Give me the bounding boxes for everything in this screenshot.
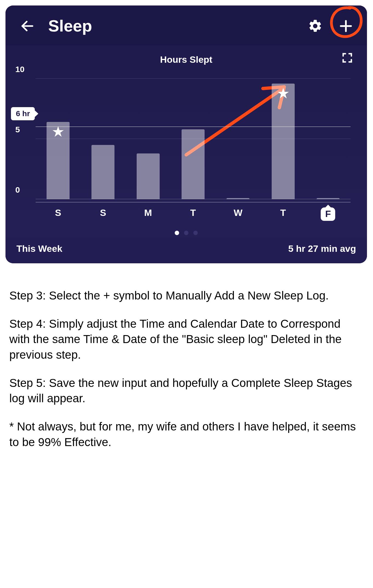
- instruction-step-3: Step 3: Select the + symbol to Manually …: [9, 288, 364, 304]
- pager-dot[interactable]: [193, 231, 198, 235]
- expand-fullscreen-icon[interactable]: [342, 52, 353, 64]
- summary-average-label: 5 hr 27 min avg: [288, 243, 356, 254]
- chart-x-label: W: [216, 202, 260, 221]
- instruction-step-5: Step 5: Save the new input and hopefully…: [9, 375, 364, 406]
- chart-x-axis: SSMTWTF: [36, 202, 351, 221]
- page-title: Sleep: [48, 16, 92, 35]
- sleep-bar-chart[interactable]: 05106 hr★★ SSMTWTF: [11, 79, 361, 221]
- chart-title: Hours Slept: [160, 54, 213, 65]
- instruction-text: Step 3: Select the + symbol to Manually …: [0, 269, 373, 474]
- goal-label: 6 hr: [11, 107, 35, 120]
- chart-bar[interactable]: ★: [47, 122, 70, 199]
- card-header: Sleep: [5, 5, 367, 45]
- header-actions: [308, 19, 353, 33]
- star-icon: ★: [277, 86, 290, 101]
- chart-bar[interactable]: ★: [272, 84, 295, 199]
- today-marker: F: [321, 207, 335, 221]
- chart-x-label: T: [260, 202, 305, 221]
- star-icon: ★: [51, 124, 65, 139]
- chart-x-label: S: [81, 202, 125, 221]
- chart-y-tick: 5: [15, 125, 20, 134]
- chart-x-label: S: [36, 202, 81, 221]
- chart-x-label: F: [306, 202, 351, 221]
- card-body: Hours Slept 05106 hr★★ SSMTWTF: [5, 45, 367, 235]
- pager-dot[interactable]: [184, 231, 188, 235]
- sleep-card: Sleep Hours Slept 05106 hr★★ SSMTWTF: [5, 5, 367, 263]
- chart-bar[interactable]: [91, 145, 114, 199]
- chart-y-tick: 10: [15, 65, 24, 74]
- chart-x-label: M: [126, 202, 171, 221]
- chart-x-label: T: [171, 202, 216, 221]
- instruction-note: * Not always, but for me, my wife and ot…: [9, 419, 364, 450]
- pager-dot[interactable]: [175, 231, 179, 235]
- back-arrow-icon[interactable]: [20, 18, 35, 34]
- chart-bar[interactable]: [137, 153, 160, 199]
- chart-bar[interactable]: [226, 198, 249, 199]
- summary-range-label: This Week: [16, 243, 62, 254]
- page-indicator[interactable]: [11, 231, 361, 235]
- chart-y-tick: 0: [15, 185, 20, 195]
- card-footer: This Week 5 hr 27 min avg: [5, 237, 367, 263]
- add-sleep-log-icon[interactable]: [339, 19, 353, 33]
- chart-bar[interactable]: [182, 129, 205, 199]
- chart-bar[interactable]: [317, 198, 340, 199]
- instruction-step-4: Step 4: Simply adjust the Time and Calen…: [9, 316, 364, 363]
- settings-gear-icon[interactable]: [308, 19, 323, 33]
